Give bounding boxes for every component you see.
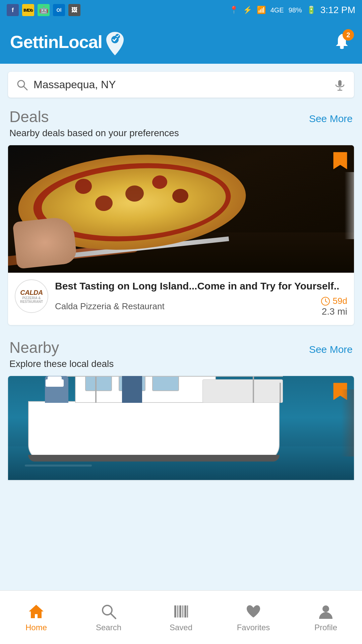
nearby-title: Nearby (9, 338, 59, 357)
nearby-card[interactable] (8, 376, 354, 480)
location-icon: 📍 (229, 6, 238, 14)
svg-line-11 (325, 301, 327, 302)
svg-rect-19 (187, 605, 188, 618)
app-header: GettinLocal 2 (0, 20, 362, 64)
search-nav-icon (100, 603, 117, 620)
swipe-indicator (345, 172, 354, 239)
svg-line-13 (111, 614, 116, 619)
bottom-navigation: Home Search Saved Favorites Pro (0, 590, 362, 644)
home-nav-label: Home (25, 623, 47, 632)
battery-percent: 98% (289, 6, 302, 14)
microphone-icon[interactable] (334, 79, 346, 91)
profile-nav-label: Profile (314, 623, 337, 632)
svg-rect-6 (338, 80, 342, 86)
deal-details: Best Tasting on Long Island...Come in an… (55, 279, 347, 317)
nav-item-home[interactable]: Home (0, 599, 72, 636)
location-search-input[interactable]: Massapequa, NY (34, 78, 328, 91)
facebook-icon: f (7, 4, 19, 16)
favorites-nav-label: Favorites (237, 623, 270, 632)
nearby-section-header: Nearby See More (0, 332, 362, 359)
deal-time-remaining: 59d (321, 296, 347, 306)
bluetooth-icon: ⚡ (243, 6, 252, 14)
gallery-icon: 🖼 (68, 4, 80, 16)
svg-line-5 (24, 87, 27, 90)
deal-business-name: Calda Pizzeria & Restaurant (55, 301, 165, 312)
app-logo-pin-icon (105, 30, 125, 54)
deal-card-image (8, 145, 354, 273)
bookmark-icon[interactable] (332, 151, 349, 172)
svg-rect-14 (174, 605, 176, 618)
svg-rect-18 (184, 605, 186, 618)
nearby-card-image (8, 376, 354, 480)
deal-business-logo: CALDA PIZZERIA &RESTAURANT (15, 279, 48, 313)
notification-bell[interactable]: 2 (332, 31, 352, 53)
deal-logo-text: CALDA PIZZERIA &RESTAURANT (20, 289, 43, 304)
deals-see-more-button[interactable]: See More (309, 113, 353, 124)
deal-card[interactable]: CALDA PIZZERIA &RESTAURANT Best Tasting … (8, 145, 354, 325)
favorites-heart-icon (245, 603, 262, 620)
wifi-icon: 📶 (257, 6, 266, 14)
outlook-icon: Ol (53, 4, 65, 16)
current-time: 3:12 PM (320, 5, 355, 15)
svg-point-20 (322, 605, 329, 612)
profile-icon (317, 603, 335, 620)
deals-section-header: Deals See More (0, 101, 362, 128)
deal-card-info: CALDA PIZZERIA &RESTAURANT Best Tasting … (8, 273, 354, 325)
search-nav-label: Search (96, 623, 121, 632)
nearby-see-more-button[interactable]: See More (309, 344, 353, 355)
deal-title: Best Tasting on Long Island...Come in an… (55, 279, 347, 292)
svg-point-3 (340, 47, 344, 49)
svg-rect-17 (182, 605, 183, 618)
app-logo: GettinLocal (10, 30, 125, 54)
nav-item-saved[interactable]: Saved (145, 599, 217, 636)
deals-subtitle: Nearby deals based on your preferences (0, 128, 362, 143)
svg-rect-16 (179, 605, 181, 618)
status-bar: f IMDb 🤖 Ol 🖼 📍 ⚡ 📶 4GE 98% 🔋 3:12 PM (0, 0, 362, 20)
signal-strength: 4GE (270, 6, 284, 14)
deal-distance: 2.3 mi (321, 306, 347, 317)
deal-time-distance: 59d 2.3 mi (321, 296, 347, 317)
nearby-swipe-indicator (341, 389, 354, 457)
barcode-icon (172, 603, 190, 620)
saved-nav-label: Saved (170, 623, 192, 632)
battery-icon: 🔋 (307, 6, 316, 14)
search-bar[interactable]: Massapequa, NY (8, 72, 354, 98)
svg-rect-15 (177, 605, 178, 618)
status-bar-right: 📍 ⚡ 📶 4GE 98% 🔋 3:12 PM (229, 5, 355, 15)
nav-item-profile[interactable]: Profile (290, 599, 362, 636)
deals-title: Deals (9, 108, 49, 126)
status-bar-icons: f IMDb 🤖 Ol 🖼 (7, 4, 80, 16)
nearby-subtitle: Explore these local deals (0, 359, 362, 374)
android-icon: 🤖 (38, 4, 50, 16)
imdb-icon: IMDb (22, 4, 34, 16)
nav-item-search[interactable]: Search (72, 599, 145, 636)
notification-count: 2 (343, 29, 354, 41)
home-icon (27, 603, 45, 620)
nav-item-favorites[interactable]: Favorites (217, 599, 290, 636)
search-container: Massapequa, NY (0, 64, 362, 101)
app-name: GettinLocal (10, 32, 102, 52)
deal-meta: Calda Pizzeria & Restaurant 59d 2.3 mi (55, 296, 347, 317)
search-icon (16, 79, 28, 91)
